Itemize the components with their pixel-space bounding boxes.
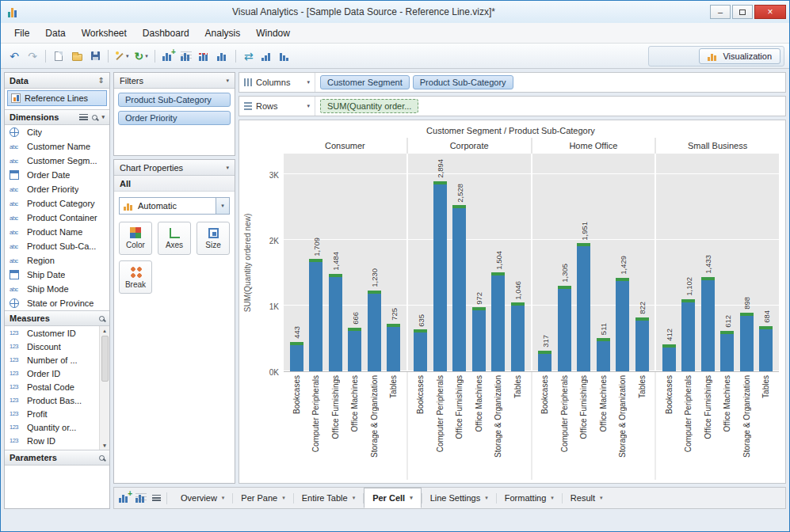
chart-type-select[interactable]: Automatic ▾	[119, 197, 230, 215]
add-chart-icon[interactable]	[119, 493, 130, 503]
maximize-button[interactable]	[732, 5, 753, 19]
menu-analysis[interactable]: Analysis	[198, 25, 248, 42]
columns-shelf-label[interactable]: Columns ▾	[239, 73, 315, 92]
bar[interactable]	[368, 291, 381, 371]
save-button[interactable]	[86, 48, 104, 65]
tab-formatting[interactable]: Formatting▾	[497, 488, 562, 508]
dimension-item[interactable]: abcOrder Priority	[5, 182, 109, 196]
measure-item[interactable]: 123Discount	[5, 340, 99, 353]
scroll-down-icon[interactable]: ▾	[103, 442, 106, 449]
bar[interactable]	[348, 328, 361, 371]
bar[interactable]	[511, 302, 525, 371]
swap-axes-button[interactable]: ⇄	[240, 48, 258, 65]
size-button[interactable]: Size	[197, 222, 230, 255]
bar[interactable]	[387, 324, 400, 371]
tab-entire-table[interactable]: Entire Table▾	[294, 488, 363, 508]
sort-descending-button[interactable]	[277, 48, 294, 65]
measure-item[interactable]: 123Profit	[5, 407, 99, 420]
format-tools-button[interactable]: ▾	[113, 48, 132, 65]
bar[interactable]	[452, 205, 466, 371]
measure-item[interactable]: 123Postal Code	[5, 380, 99, 393]
scroll-up-icon[interactable]: ▴	[103, 327, 106, 334]
grid-chart-button[interactable]	[177, 48, 195, 65]
refresh-button[interactable]: ↻▾	[132, 48, 151, 65]
bar[interactable]	[681, 299, 695, 371]
dimension-item[interactable]: abcProduct Sub-Ca...	[5, 239, 109, 253]
dimension-item[interactable]: abcRegion	[5, 253, 109, 268]
bar[interactable]	[701, 277, 715, 371]
tab-per-cell[interactable]: Per Cell▾	[364, 488, 421, 508]
list-view-icon[interactable]	[152, 495, 161, 501]
search-icon[interactable]	[92, 115, 97, 120]
bar[interactable]	[558, 286, 571, 371]
bar[interactable]	[290, 342, 303, 371]
bar[interactable]	[414, 329, 427, 371]
bar[interactable]	[597, 338, 610, 371]
bar[interactable]	[662, 344, 676, 371]
bar[interactable]	[538, 351, 551, 371]
dimension-item[interactable]: Order Date	[5, 168, 109, 182]
tab-line-settings[interactable]: Line Settings▾	[422, 488, 496, 508]
dimension-item[interactable]: City	[5, 125, 109, 139]
filter-pill[interactable]: Product Sub-Category	[118, 93, 231, 107]
dimension-item[interactable]: abcProduct Name	[5, 225, 109, 239]
list-view-icon[interactable]	[79, 114, 88, 120]
menu-worksheet[interactable]: Worksheet	[74, 25, 134, 42]
column-pill[interactable]: Customer Segment	[320, 75, 410, 89]
measure-item[interactable]: 123Quantity or...	[5, 420, 99, 434]
menu-data[interactable]: Data	[38, 25, 72, 42]
dimension-item[interactable]: abcProduct Category	[5, 196, 109, 211]
add-chart-button[interactable]	[159, 48, 177, 65]
visualization-button[interactable]: Visualization	[699, 48, 780, 64]
tab-result[interactable]: Result▾	[563, 488, 611, 508]
undo-button[interactable]: ↶	[6, 48, 23, 65]
redo-button[interactable]: ↷	[24, 48, 41, 65]
chevron-down-icon[interactable]: ▾	[101, 114, 105, 120]
menu-dashboard[interactable]: Dashboard	[135, 25, 197, 42]
column-chart-button[interactable]	[214, 48, 231, 65]
measure-item[interactable]: 123Customer ID	[5, 326, 99, 340]
dimension-item[interactable]: abcCustomer Segm...	[5, 154, 109, 168]
dimension-item[interactable]: State or Province	[5, 296, 109, 310]
dimension-item[interactable]: abcShip Mode	[5, 282, 109, 296]
bar[interactable]	[616, 278, 629, 371]
row-pill[interactable]: SUM(Quantity order...	[320, 99, 418, 113]
search-icon[interactable]	[99, 316, 105, 321]
minimize-button[interactable]: –	[710, 5, 731, 19]
sort-ascending-button[interactable]	[258, 48, 276, 65]
dimension-item[interactable]: Ship Date	[5, 268, 109, 282]
bar[interactable]	[329, 274, 342, 371]
color-button[interactable]: Color	[119, 222, 152, 255]
marker-chart-button[interactable]	[196, 48, 213, 65]
tab-overview[interactable]: Overview▾	[173, 488, 232, 508]
filters-header[interactable]: Filters ▾	[114, 73, 235, 89]
bar[interactable]	[309, 259, 322, 371]
measure-item[interactable]: 123Number of ...	[5, 353, 99, 367]
axes-button[interactable]: Axes	[158, 222, 191, 255]
rows-shelf-label[interactable]: Rows ▾	[239, 97, 315, 116]
scrollbar-thumb[interactable]	[101, 336, 109, 382]
menu-window[interactable]: Window	[249, 25, 297, 42]
filter-pill[interactable]: Order Priority	[118, 111, 231, 125]
sort-updown-icon[interactable]: ⇕	[98, 76, 105, 85]
tab-per-pane[interactable]: Per Pane▾	[233, 488, 292, 508]
measure-item[interactable]: 123Product Bas...	[5, 393, 99, 407]
bar[interactable]	[740, 313, 754, 371]
grid-chart-icon[interactable]	[135, 493, 147, 503]
search-icon[interactable]	[99, 455, 105, 461]
bar[interactable]	[472, 307, 486, 371]
measure-item[interactable]: 123Row ID	[5, 434, 99, 447]
dimension-item[interactable]: abcCustomer Name	[5, 139, 109, 154]
open-button[interactable]	[68, 48, 86, 65]
chart-properties-header[interactable]: Chart Properties ▾	[114, 160, 235, 176]
close-button[interactable]: ×	[754, 5, 786, 19]
bar[interactable]	[491, 272, 505, 371]
bar[interactable]	[433, 181, 447, 371]
bar[interactable]	[635, 317, 649, 371]
menu-file[interactable]: File	[7, 25, 36, 42]
dimension-item[interactable]: abcProduct Container	[5, 211, 109, 225]
bar[interactable]	[720, 331, 734, 371]
new-button[interactable]	[50, 48, 67, 65]
scrollbar[interactable]: ▴ ▾	[99, 326, 109, 450]
bar[interactable]	[759, 326, 773, 371]
